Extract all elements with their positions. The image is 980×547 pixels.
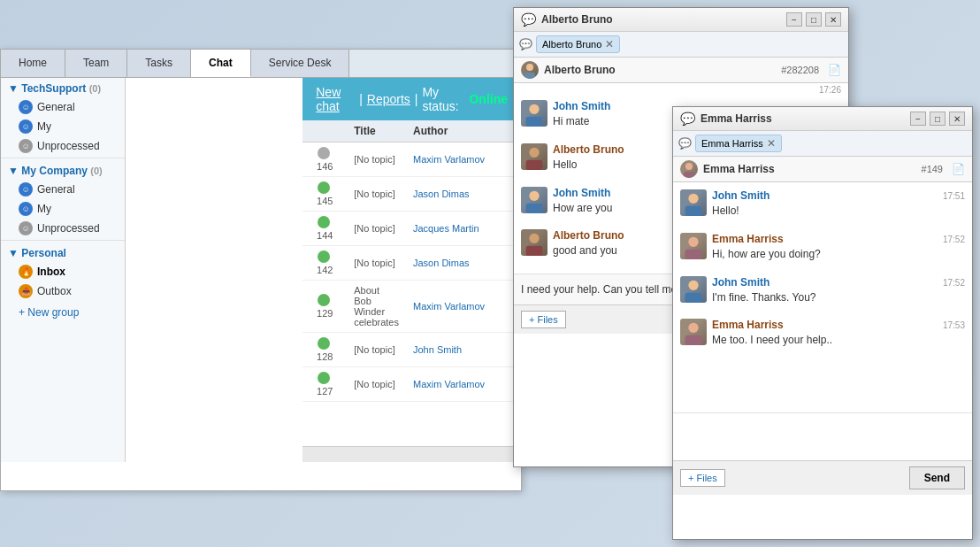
row-author[interactable]: John Smith xyxy=(406,344,521,355)
msg-sender-name[interactable]: John Smith xyxy=(712,276,769,289)
chat-message: John Smith 17:51 Hello! xyxy=(673,186,972,222)
my-status-label: My status: xyxy=(422,85,464,113)
close-button[interactable]: ✕ xyxy=(949,112,965,126)
outbox-icon: 📤 xyxy=(19,284,33,298)
msg-time: 17:51 xyxy=(943,191,965,201)
tab-team[interactable]: Team xyxy=(65,50,127,77)
maximize-button[interactable]: □ xyxy=(806,12,822,27)
row-author[interactable]: Maxim Varlamov xyxy=(406,301,521,312)
files-button-emma[interactable]: + Files xyxy=(680,469,725,487)
table-row[interactable]: 144 [No topic] Jacques Martin xyxy=(302,212,521,246)
to-input-emma[interactable] xyxy=(785,137,967,150)
emma-title-bar: 💬 Emma Harriss − □ ✕ xyxy=(673,107,972,131)
sender-avatar xyxy=(680,319,707,345)
row-title: [No topic] xyxy=(347,223,406,234)
svg-point-14 xyxy=(688,236,698,246)
sidebar-item-techsupport-my[interactable]: ☺ My xyxy=(1,117,125,136)
sidebar-group-personal[interactable]: ▼ Personal xyxy=(1,243,125,262)
alberto-title-bar: 💬 Alberto Bruno − □ ✕ xyxy=(514,8,848,32)
document-icon-emma[interactable]: 📄 xyxy=(952,163,965,175)
row-author[interactable]: Maxim Varlamov xyxy=(406,379,521,389)
item-label: General xyxy=(37,101,75,113)
item-label: Inbox xyxy=(37,266,65,278)
msg-sender-name[interactable]: John Smith xyxy=(712,189,769,202)
minimize-button[interactable]: − xyxy=(910,112,926,126)
toolbar-separator2: | xyxy=(415,92,418,106)
group-techsupport-badge: (0) xyxy=(89,83,101,94)
contact-name: Alberto Bruno xyxy=(544,64,616,76)
maximize-button[interactable]: □ xyxy=(930,112,946,126)
chat-bubble-icon: 💬 xyxy=(680,112,695,126)
contact-id-emma: #149 xyxy=(922,164,943,174)
alberto-window-title: Alberto Bruno xyxy=(541,13,613,26)
svg-rect-7 xyxy=(526,203,543,212)
remove-tag-button-emma[interactable]: ✕ xyxy=(767,137,776,150)
group-personal-label: Personal xyxy=(21,247,66,259)
document-icon[interactable]: 📄 xyxy=(828,64,841,76)
svg-rect-1 xyxy=(524,73,535,79)
msg-sender-name[interactable]: John Smith xyxy=(553,187,610,199)
chat-textarea[interactable] xyxy=(673,413,972,458)
svg-point-10 xyxy=(685,163,693,170)
sidebar-item-inbox[interactable]: 🔥 Inbox xyxy=(1,262,125,281)
to-tag: Alberto Bruno ✕ xyxy=(536,35,620,53)
msg-sender-name[interactable]: Alberto Bruno xyxy=(553,143,624,156)
chat-bubble-icon-small: 💬 xyxy=(519,38,532,50)
horizontal-scrollbar[interactable] xyxy=(302,446,521,462)
table-row[interactable]: 128 [No topic] John Smith xyxy=(302,333,521,367)
sidebar-group-techsupport[interactable]: ▼ TechSupport (0) xyxy=(1,78,125,97)
sidebar-item-techsupport-general[interactable]: ☺ General xyxy=(1,97,125,117)
sidebar-item-mycompany-my[interactable]: ☺ My xyxy=(1,199,125,219)
tab-chat[interactable]: Chat xyxy=(191,50,251,77)
send-button[interactable]: Send xyxy=(909,466,965,489)
minimize-button[interactable]: − xyxy=(786,12,802,27)
svg-rect-17 xyxy=(685,292,702,302)
chat-messages-emma: John Smith 17:51 Hello! Emma Harriss 17:… xyxy=(673,182,972,412)
table-header: Title Author xyxy=(302,120,521,143)
toggle-icon: ▼ xyxy=(8,165,19,177)
sidebar-group-mycompany[interactable]: ▼ My Company (0) xyxy=(1,160,125,180)
sidebar-item-techsupport-unprocessed[interactable]: ☺ Unprocessed xyxy=(1,136,125,156)
chat-text-input-area[interactable] xyxy=(673,412,972,460)
svg-point-8 xyxy=(529,234,539,243)
msg-content: Emma Harriss 17:53 Me too. I need your h… xyxy=(712,319,965,348)
sender-avatar xyxy=(680,276,707,303)
row-id: 128 xyxy=(317,351,333,362)
msg-sender-name[interactable]: Emma Harriss xyxy=(712,319,784,331)
msg-time: 17:52 xyxy=(943,278,965,288)
row-id: 144 xyxy=(317,230,333,241)
msg-sender-name[interactable]: John Smith xyxy=(553,100,610,112)
row-author[interactable]: Jason Dimas xyxy=(406,258,521,268)
to-input[interactable] xyxy=(624,38,843,50)
reports-link[interactable]: Reports xyxy=(367,92,410,106)
row-title: [No topic] xyxy=(347,154,406,165)
svg-rect-11 xyxy=(684,172,694,178)
msg-sender-name[interactable]: Emma Harriss xyxy=(712,233,784,245)
table-row[interactable]: 142 [No topic] Jason Dimas xyxy=(302,246,521,281)
tab-tasks[interactable]: Tasks xyxy=(127,50,191,77)
new-group-button[interactable]: + New group xyxy=(1,301,125,324)
msg-sender-name[interactable]: Alberto Bruno xyxy=(553,229,624,242)
row-author[interactable]: Maxim Varlamov xyxy=(406,154,521,165)
files-button[interactable]: + Files xyxy=(521,311,566,328)
row-status-icon xyxy=(318,147,330,159)
new-chat-link[interactable]: New chat xyxy=(316,85,355,113)
table-row[interactable]: 127 [No topic] Maxim Varlamov xyxy=(302,367,521,402)
svg-point-4 xyxy=(529,147,539,157)
table-row[interactable]: 145 [No topic] Jason Dimas xyxy=(302,177,521,212)
tab-home[interactable]: Home xyxy=(1,50,65,77)
remove-tag-button[interactable]: ✕ xyxy=(605,38,614,50)
sidebar-item-outbox[interactable]: 📤 Outbox xyxy=(1,281,125,301)
row-id: 142 xyxy=(317,265,333,275)
close-button[interactable]: ✕ xyxy=(825,12,841,27)
sidebar-item-mycompany-general[interactable]: ☺ General xyxy=(1,180,125,199)
tab-service-desk[interactable]: Service Desk xyxy=(251,50,350,77)
sidebar-item-mycompany-unprocessed[interactable]: ☺ Unprocessed xyxy=(1,219,125,238)
table-row[interactable]: 129 About Bob Winder celebrates Maxim Va… xyxy=(302,281,521,333)
row-author[interactable]: Jason Dimas xyxy=(406,189,521,199)
table-row[interactable]: 146 [No topic] Maxim Varlamov xyxy=(302,143,521,177)
to-name-emma: Emma Harriss xyxy=(701,138,763,149)
item-label: My xyxy=(37,120,51,133)
toggle-icon: ▼ xyxy=(8,247,19,259)
row-author[interactable]: Jacques Martin xyxy=(406,223,521,234)
